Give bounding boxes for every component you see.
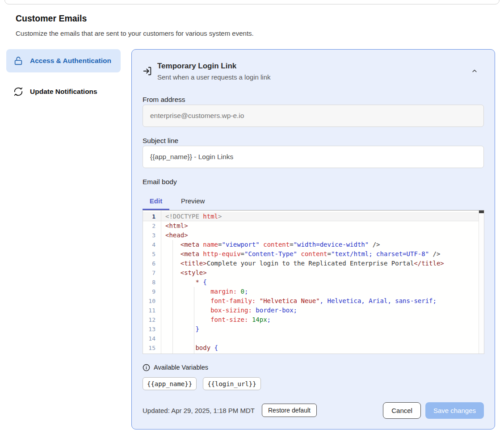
info-icon xyxy=(143,364,150,371)
available-variables-header: Available Variables xyxy=(143,362,484,373)
line-number: 2 xyxy=(143,223,161,229)
line-number: 9 xyxy=(143,288,161,295)
sidebar-item-update-notifications[interactable]: Update Notifications xyxy=(6,80,121,103)
code-text: margin: 0; xyxy=(161,287,248,296)
sidebar-item-label: Update Notifications xyxy=(30,86,97,97)
variable-chip-app_name[interactable]: {{app_name}} xyxy=(143,377,197,390)
email-body-code-editor[interactable]: 1<!DOCTYPE html>2<html>3<head>4 <meta na… xyxy=(143,210,484,354)
chevron-up-icon xyxy=(471,67,478,75)
email-types-sidebar: Access & AuthenticationUpdate Notificati… xyxy=(6,49,121,103)
code-text: font-size: 14px; xyxy=(161,315,271,324)
from-address-input[interactable] xyxy=(143,105,484,127)
panel-header: Temporary Login Link Sent when a user re… xyxy=(143,60,484,84)
editor-scrollbar-thumb[interactable] xyxy=(479,211,484,213)
save-changes-button[interactable]: Save changes xyxy=(425,402,484,419)
code-text: <style> xyxy=(161,268,207,278)
code-line-3[interactable]: 3<head> xyxy=(143,231,484,240)
panel-header-text: Temporary Login Link Sent when a user re… xyxy=(157,60,270,83)
code-line-8[interactable]: 8 * { xyxy=(143,278,484,287)
code-text: <head> xyxy=(161,231,188,240)
code-text: * { xyxy=(161,278,207,287)
line-number: 4 xyxy=(143,241,161,248)
panel-footer: Updated: Apr 29, 2025, 1:18 PM MDT Resto… xyxy=(143,402,484,419)
variable-chips: {{app_name}}{{login_url}} xyxy=(143,377,484,390)
subject-line-label: Subject line xyxy=(143,135,484,146)
line-number: 10 xyxy=(143,298,161,304)
code-text: font-family: "Helvetica Neue", Helvetica… xyxy=(161,296,437,306)
from-address-label: From address xyxy=(143,94,484,105)
code-text: <title>Complete your login to the Replic… xyxy=(161,259,444,268)
line-number: 5 xyxy=(143,251,161,257)
subject-line-input[interactable] xyxy=(143,146,484,168)
updated-timestamp: Updated: Apr 29, 2025, 1:18 PM MDT xyxy=(143,407,255,414)
restore-default-button[interactable]: Restore default xyxy=(262,404,317,417)
gutter-separator xyxy=(161,211,161,354)
code-line-1[interactable]: 1<!DOCTYPE html> xyxy=(143,212,484,221)
tab-edit[interactable]: Edit xyxy=(143,193,169,210)
code-lines[interactable]: 1<!DOCTYPE html>2<html>3<head>4 <meta na… xyxy=(143,211,484,354)
collapse-panel-button[interactable] xyxy=(470,66,479,76)
email-body-tabs: EditPreview xyxy=(143,193,484,210)
code-text: <!DOCTYPE html> xyxy=(161,212,222,221)
code-text: <html> xyxy=(161,221,188,231)
code-text: <meta http-equiv="Content-Type" content=… xyxy=(161,249,440,259)
code-text: body { xyxy=(161,343,218,353)
panel-title: Temporary Login Link xyxy=(157,60,270,72)
line-number: 8 xyxy=(143,279,161,286)
line-number: 13 xyxy=(143,326,161,333)
code-line-5[interactable]: 5 <meta http-equiv="Content-Type" conten… xyxy=(143,249,484,259)
page-title: Customer Emails xyxy=(16,13,87,24)
code-line-6[interactable]: 6 <title>Complete your login to the Repl… xyxy=(143,259,484,268)
sidebar-item-label: Access & Authentication xyxy=(30,55,111,66)
variable-chip-login_url[interactable]: {{login_url}} xyxy=(203,377,261,390)
code-text: box-sizing: border-box; xyxy=(161,306,297,315)
line-number: 1 xyxy=(143,213,161,220)
line-number: 12 xyxy=(143,316,161,323)
cancel-button[interactable]: Cancel xyxy=(383,402,421,419)
indent-guide xyxy=(194,287,194,354)
tab-preview[interactable]: Preview xyxy=(180,193,206,210)
sidebar-item-access-authentication[interactable]: Access & Authentication xyxy=(6,49,121,72)
email-body-label: Email body xyxy=(143,177,484,187)
line-number: 11 xyxy=(143,307,161,314)
code-text: background-color: #f9f9f9; xyxy=(161,353,308,354)
temporary-login-link-panel: Temporary Login Link Sent when a user re… xyxy=(131,49,495,430)
available-variables-label: Available Variables xyxy=(154,364,208,371)
refresh-icon xyxy=(13,87,23,97)
line-number: 3 xyxy=(143,232,161,239)
code-line-2[interactable]: 2<html> xyxy=(143,221,484,231)
code-text: } xyxy=(161,324,199,334)
line-number: 7 xyxy=(143,270,161,276)
customer-emails-page: Customer Emails Customize the emails tha… xyxy=(0,0,504,438)
code-text: <meta name="viewport" content="width=dev… xyxy=(161,240,380,249)
panel-subtitle: Sent when a user requests a login link xyxy=(157,72,270,83)
page-subtitle: Customize the emails that are sent to yo… xyxy=(16,29,254,37)
lock-icon xyxy=(13,56,23,66)
line-number: 6 xyxy=(143,260,161,267)
editor-scrollbar[interactable] xyxy=(479,211,484,354)
login-icon xyxy=(143,66,152,76)
indent-guide xyxy=(172,240,173,354)
line-number: 14 xyxy=(143,335,161,342)
code-line-7[interactable]: 7 <style> xyxy=(143,268,484,278)
line-number: 15 xyxy=(143,345,161,351)
code-line-4[interactable]: 4 <meta name="viewport" content="width=d… xyxy=(143,240,484,249)
previous-card-bottom-edge xyxy=(4,0,500,4)
